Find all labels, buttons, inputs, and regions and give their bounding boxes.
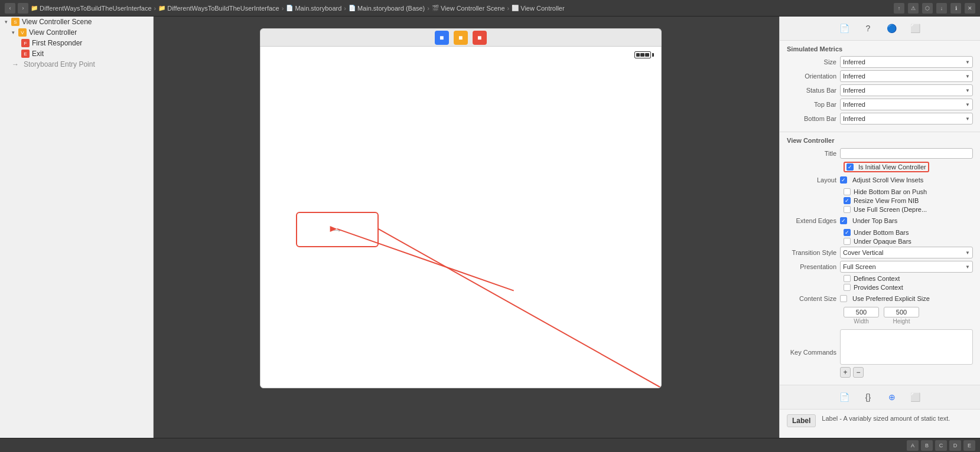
hide-bottom-bar-row: Hide Bottom Bar on Push bbox=[787, 188, 973, 195]
itb-doc-btn[interactable]: 📄 bbox=[836, 389, 853, 405]
is-initial-checkbox[interactable]: ✓ bbox=[846, 163, 854, 171]
under-opaque-bars-checkbox[interactable] bbox=[844, 238, 851, 245]
itb-braces-btn[interactable]: {} bbox=[860, 389, 877, 405]
use-preferred-label: Use Preferred Explicit Size bbox=[852, 295, 930, 302]
top-bar-label: Top Bar bbox=[787, 101, 840, 108]
height-field[interactable]: 500 bbox=[884, 307, 919, 317]
top-bar-value: Inferred ▼ bbox=[840, 99, 973, 110]
kc-add-btn[interactable]: + bbox=[840, 367, 851, 378]
breadcrumb-item-2[interactable]: 📁 DifferentWaysToBuildTheUserInterface bbox=[158, 5, 279, 12]
status-btn-2[interactable]: B bbox=[921, 440, 933, 451]
scene-canvas[interactable]: → bbox=[260, 46, 662, 388]
nav-item-vc[interactable]: ▾ V View Controller bbox=[0, 27, 153, 38]
size-select[interactable]: Inferred ▼ bbox=[840, 56, 973, 68]
layout-value: ✓ Adjust Scroll View Insets bbox=[840, 176, 973, 184]
extend-edges-value: ✓ Under Top Bars bbox=[840, 217, 973, 224]
orientation-select[interactable]: Inferred ▼ bbox=[840, 70, 973, 82]
under-opaque-bars-row: Under Opaque Bars bbox=[787, 238, 973, 245]
source-ctrl-btn[interactable]: ⬡ bbox=[922, 3, 933, 14]
resize-view-row: ✓ Resize View From NIB bbox=[787, 197, 973, 204]
nav-item-scene[interactable]: ▾ S View Controller Scene bbox=[0, 17, 153, 27]
close-btn[interactable]: ✕ bbox=[965, 3, 975, 14]
sep-3: › bbox=[344, 5, 346, 12]
key-commands-row: Key Commands + − bbox=[787, 327, 973, 378]
scene-label: View Controller Scene bbox=[22, 18, 92, 26]
info-btn[interactable]: ℹ bbox=[950, 3, 961, 14]
itb-circle-btn[interactable]: ⊕ bbox=[884, 389, 900, 405]
adjust-scroll-checkbox[interactable]: ✓ bbox=[840, 176, 847, 184]
inspector-quick-btn[interactable]: ? bbox=[860, 20, 877, 37]
status-btn-1[interactable]: A bbox=[907, 440, 919, 451]
extend-edges-row: Extend Edges ✓ Under Top Bars bbox=[787, 215, 973, 227]
transition-style-row: Transition Style Cover Vertical ▼ bbox=[787, 247, 973, 258]
download-btn[interactable]: ↓ bbox=[936, 3, 947, 14]
status-btn-4[interactable]: D bbox=[949, 440, 961, 451]
under-bottom-bars-checkbox[interactable]: ✓ bbox=[844, 229, 851, 236]
breadcrumb-item-4[interactable]: 📄 Main.storyboard (Base) bbox=[349, 5, 425, 12]
defines-context-row: Defines Context bbox=[787, 275, 973, 282]
vc-icon: V bbox=[18, 28, 27, 37]
defines-context-checkbox[interactable] bbox=[844, 275, 851, 282]
content-size-row: Content Size Use Preferred Explicit Size bbox=[787, 293, 973, 304]
extend-edges-label: Extend Edges bbox=[787, 217, 840, 224]
breadcrumb-item-3[interactable]: 📄 Main.storyboard bbox=[286, 5, 341, 12]
transition-style-select[interactable]: Cover Vertical ▼ bbox=[840, 247, 973, 258]
key-commands-area[interactable] bbox=[840, 329, 973, 365]
breadcrumb-item-1[interactable]: 📁 DifferentWaysToBuildTheUserInterface bbox=[31, 5, 152, 12]
presentation-select[interactable]: Full Screen ▼ bbox=[840, 261, 973, 273]
nav-item-fr[interactable]: F First Responder bbox=[0, 38, 153, 48]
inspector-file-btn[interactable]: 📄 bbox=[836, 20, 853, 37]
simulated-metrics-section: Simulated Metrics Size Inferred ▼ Orient… bbox=[780, 41, 980, 132]
inspector-identity-btn[interactable]: 🔵 bbox=[884, 20, 900, 37]
top-bar-select[interactable]: Inferred ▼ bbox=[840, 99, 973, 110]
under-top-bars-checkbox[interactable]: ✓ bbox=[840, 217, 847, 224]
share-btn[interactable]: ↑ bbox=[894, 3, 904, 14]
nav-item-entry-point[interactable]: → Storyboard Entry Point bbox=[0, 59, 153, 70]
canvas-area[interactable]: ■ ■ ■ bbox=[154, 17, 779, 438]
inspector: 📄 ? 🔵 ⬜ Simulated Metrics Size Inferred … bbox=[779, 17, 980, 438]
width-field[interactable]: 500 bbox=[844, 307, 879, 317]
itb-rect-btn[interactable]: ⬜ bbox=[907, 389, 924, 405]
size-select-arrow: ▼ bbox=[965, 60, 970, 65]
status-btn-5[interactable]: E bbox=[963, 440, 975, 451]
status-bar-label: Status Bar bbox=[787, 87, 840, 94]
title-input[interactable] bbox=[840, 148, 973, 159]
scene-tb-btn-2[interactable]: ■ bbox=[454, 31, 468, 45]
scene-tb-btn-1[interactable]: ■ bbox=[435, 31, 449, 45]
hide-bottom-bar-checkbox[interactable] bbox=[844, 188, 851, 195]
breadcrumb-item-6[interactable]: ⬜ View Controller bbox=[512, 5, 564, 12]
nav-fwd-btn[interactable]: › bbox=[18, 3, 28, 14]
scene-tb-btn-3[interactable]: ■ bbox=[473, 31, 487, 45]
resize-view-checkbox[interactable]: ✓ bbox=[844, 197, 851, 204]
provides-context-row: Provides Context bbox=[787, 284, 973, 291]
scene-toolbar: ■ ■ ■ bbox=[260, 28, 662, 46]
title-field-value bbox=[840, 148, 973, 159]
bottom-bar-select[interactable]: Inferred ▼ bbox=[840, 113, 973, 125]
inspector-bottom-toolbar: 📄 {} ⊕ ⬜ bbox=[780, 385, 980, 410]
kc-remove-btn[interactable]: − bbox=[853, 367, 864, 378]
hide-bottom-bar-label: Hide Bottom Bar on Push bbox=[854, 188, 927, 195]
use-preferred-checkbox[interactable] bbox=[840, 295, 847, 302]
status-btn-3[interactable]: C bbox=[935, 440, 947, 451]
use-full-screen-label: Use Full Screen (Depre... bbox=[854, 206, 927, 213]
top-bar: ‹ › 📁 DifferentWaysToBuildTheUserInterfa… bbox=[0, 0, 980, 17]
storyboard-container: ■ ■ ■ bbox=[260, 28, 673, 388]
nav-item-exit[interactable]: E Exit bbox=[0, 48, 153, 59]
scene-icon: S bbox=[11, 18, 19, 26]
battery-seg-2 bbox=[640, 53, 644, 57]
initial-vc-arrow-box: → bbox=[296, 212, 379, 247]
height-group: 500 Height bbox=[884, 307, 919, 325]
under-top-bars-label: Under Top Bars bbox=[852, 217, 897, 224]
nav-back-btn[interactable]: ‹ bbox=[5, 3, 15, 14]
provides-context-checkbox[interactable] bbox=[844, 284, 851, 291]
presentation-label: Presentation bbox=[787, 263, 840, 270]
exit-label: Exit bbox=[32, 50, 44, 58]
battery-body bbox=[634, 51, 651, 58]
inspector-attr-btn[interactable]: ⬜ bbox=[907, 20, 924, 37]
under-bottom-bars-row: ✓ Under Bottom Bars bbox=[787, 229, 973, 236]
breadcrumb-item-5[interactable]: 🎬 View Controller Scene bbox=[432, 5, 505, 12]
use-full-screen-checkbox[interactable] bbox=[844, 206, 851, 213]
status-bar-select[interactable]: Inferred ▼ bbox=[840, 84, 973, 96]
warning-btn[interactable]: ⚠ bbox=[908, 3, 919, 14]
is-initial-label: Is Initial View Controller bbox=[858, 163, 926, 171]
